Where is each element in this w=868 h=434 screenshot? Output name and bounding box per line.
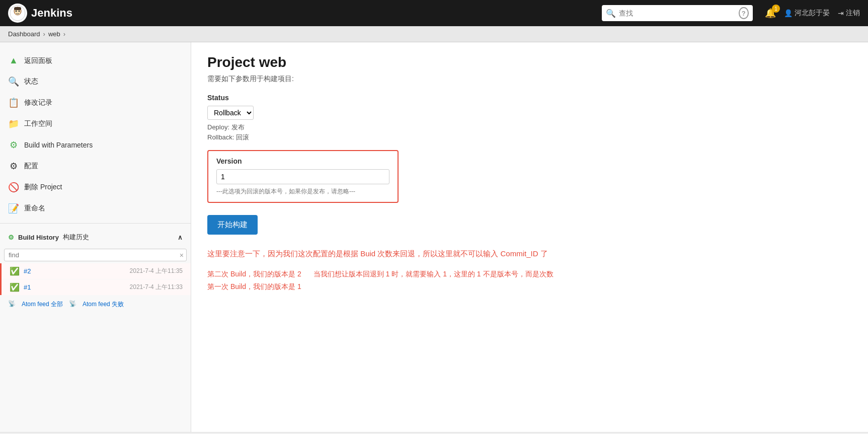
- return-icon: ▲: [8, 55, 19, 66]
- atom-feed: 📡 Atom feed 全部 📡 Atom feed 失败: [0, 296, 191, 313]
- breadcrumb-web[interactable]: web: [48, 30, 60, 38]
- build-history-chinese: 构建历史: [63, 233, 89, 242]
- breadcrumb-sep2: ›: [63, 30, 65, 38]
- rename-icon: 📝: [8, 203, 19, 214]
- status-param-label: Status: [207, 94, 852, 102]
- logo[interactable]: Jenkins: [8, 4, 72, 23]
- main-layout: ▲ 返回面板 🔍 状态 📋 修改记录 📁 工作空间 ⚙ Build with P…: [0, 42, 868, 432]
- notification-bell[interactable]: 🔔 1: [765, 8, 776, 19]
- search-icon: 🔍: [606, 9, 616, 18]
- search-input[interactable]: [619, 9, 736, 17]
- build-history-left: ⚙ Build History 构建历史: [8, 233, 89, 242]
- sidebar-item-changelog[interactable]: 📋 修改记录: [0, 92, 191, 113]
- sidebar-label-workspace: 工作空间: [24, 119, 52, 128]
- build-history-toggle[interactable]: ∧: [178, 234, 183, 241]
- build-2-status-icon: ✅: [10, 266, 20, 276]
- sidebar-label-rename: 重命名: [24, 204, 45, 213]
- sidebar: ▲ 返回面板 🔍 状态 📋 修改记录 📁 工作空间 ⚙ Build with P…: [0, 42, 191, 432]
- sidebar-divider: [0, 223, 191, 224]
- project-title: Project web: [207, 54, 852, 70]
- logout-icon: ⇥: [838, 9, 844, 17]
- sidebar-item-configure[interactable]: ⚙ 配置: [0, 156, 191, 177]
- svg-rect-5: [14, 7, 21, 10]
- sidebar-item-rename[interactable]: 📝 重命名: [0, 198, 191, 219]
- workspace-icon: 📁: [8, 118, 19, 129]
- svg-point-4: [19, 11, 20, 12]
- build-note: 这里要注意一下，因为我们这次配置的是根据 Buid 次数来回退，所以这里就不可以…: [207, 248, 852, 260]
- status-param-section: Status Rollback Deploy Deploy: 发布 Rollba…: [207, 94, 852, 142]
- deploy-hint: Deploy: 发布: [207, 123, 852, 132]
- annotation-left-line2: 第一次 Build，我们的版本是 1: [207, 280, 301, 293]
- build-item-2: ✅ #2 2021-7-4 上午11:35: [2, 263, 191, 279]
- annotation-left: 第二次 Build，我们的版本是 2 第一次 Build，我们的版本是 1: [207, 268, 301, 293]
- build-2-link[interactable]: #2: [24, 267, 31, 275]
- help-icon[interactable]: ?: [739, 7, 749, 19]
- version-hint: ---此选项为回滚的版本号，如果你是发布，请忽略---: [216, 187, 389, 196]
- changelog-icon: 📋: [8, 97, 19, 108]
- atom-icon-fail: 📡: [69, 300, 76, 309]
- delete-icon: 🚫: [8, 182, 19, 193]
- user-name: 河北彭于晏: [795, 9, 830, 18]
- sidebar-label-delete: 删除 Project: [24, 183, 62, 192]
- build-search-input[interactable]: [4, 249, 187, 261]
- build-1-date: 2021-7-4 上午11:33: [130, 283, 183, 292]
- notification-badge: 1: [772, 5, 780, 13]
- build-search-box: ×: [4, 249, 187, 261]
- sidebar-item-status[interactable]: 🔍 状态: [0, 71, 191, 92]
- header-actions: 🔔 1 👤 河北彭于晏 ⇥ 注销: [765, 8, 860, 19]
- build-history-icon: ⚙: [8, 234, 14, 241]
- sidebar-label-build-with-params: Build with Parameters: [24, 141, 93, 149]
- atom-feed-all-link[interactable]: Atom feed 全部: [22, 300, 63, 309]
- search-clear-icon[interactable]: ×: [180, 251, 184, 259]
- start-build-button[interactable]: 开始构建: [207, 215, 258, 235]
- build-1-link[interactable]: #1: [24, 283, 31, 291]
- build-annotation: 第二次 Build，我们的版本是 2 第一次 Build，我们的版本是 1 当我…: [207, 268, 852, 293]
- user-icon: 👤: [784, 9, 793, 17]
- build-history-label: Build History: [18, 234, 59, 241]
- annotation-left-line1: 第二次 Build，我们的版本是 2: [207, 268, 301, 280]
- sidebar-label-status: 状态: [24, 77, 38, 86]
- breadcrumb-sep1: ›: [43, 30, 45, 38]
- sidebar-item-return-dashboard[interactable]: ▲ 返回面板: [0, 50, 191, 71]
- version-section: Version ---此选项为回滚的版本号，如果你是发布，请忽略---: [207, 150, 399, 203]
- user-info[interactable]: 👤 河北彭于晏: [784, 9, 830, 18]
- breadcrumb: Dashboard › web ›: [0, 26, 868, 42]
- status-dropdown[interactable]: Rollback Deploy: [207, 106, 254, 120]
- sidebar-label-configure: 配置: [24, 162, 38, 171]
- annotation-right: 当我们想让版本回退到 1 时，就需要输入 1，这里的 1 不是版本号，而是次数: [313, 268, 554, 293]
- build-history-header[interactable]: ⚙ Build History 构建历史 ∧: [0, 228, 191, 247]
- project-subtitle: 需要如下参数用于构建项目:: [207, 75, 852, 84]
- build-1-status-icon: ✅: [10, 282, 20, 292]
- logout-button[interactable]: ⇥ 注销: [838, 9, 860, 18]
- build-params-icon: ⚙: [8, 139, 19, 151]
- app-title: Jenkins: [31, 7, 72, 20]
- build-item-1: ✅ #1 2021-7-4 上午11:33: [2, 279, 191, 295]
- sidebar-label-changelog: 修改记录: [24, 98, 52, 107]
- header: Jenkins 🔍 ? 🔔 1 👤 河北彭于晏 ⇥ 注销: [0, 0, 868, 26]
- configure-icon: ⚙: [8, 161, 19, 172]
- version-input[interactable]: [216, 169, 389, 184]
- breadcrumb-dashboard[interactable]: Dashboard: [8, 30, 40, 38]
- atom-icon-all: 📡: [8, 300, 16, 309]
- jenkins-logo-icon: [8, 4, 27, 23]
- status-icon: 🔍: [8, 76, 19, 87]
- search-bar[interactable]: 🔍 ?: [602, 5, 753, 21]
- sidebar-item-build-with-params[interactable]: ⚙ Build with Parameters: [0, 134, 191, 156]
- footer: http://blog.csdn.me...: [0, 432, 868, 434]
- sidebar-label-return: 返回面板: [24, 56, 52, 65]
- rollback-hint: Rollback: 回滚: [207, 133, 852, 142]
- status-select-row: Rollback Deploy: [207, 106, 852, 120]
- sidebar-item-delete-project[interactable]: 🚫 删除 Project: [0, 177, 191, 198]
- build-2-date: 2021-7-4 上午11:35: [130, 267, 183, 275]
- version-label: Version: [216, 157, 389, 165]
- svg-point-3: [16, 11, 17, 12]
- content-area: Project web 需要如下参数用于构建项目: Status Rollbac…: [191, 42, 868, 432]
- atom-feed-fail-link[interactable]: Atom feed 失败: [83, 300, 124, 309]
- logout-label: 注销: [846, 9, 860, 18]
- sidebar-item-workspace[interactable]: 📁 工作空间: [0, 113, 191, 134]
